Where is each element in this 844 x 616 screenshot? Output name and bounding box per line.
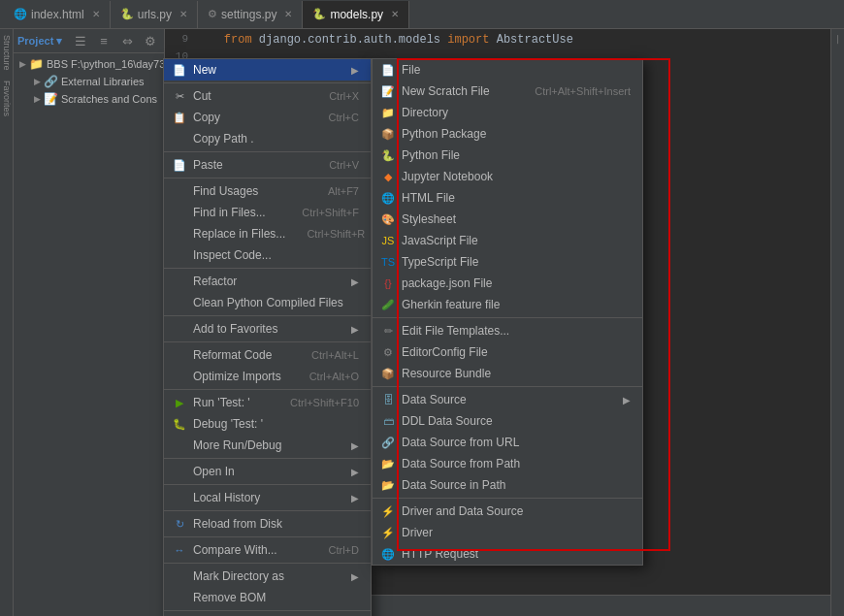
tab-close-html[interactable]: ✕ xyxy=(92,9,100,19)
submenu-item-stylesheet[interactable]: 🎨 Stylesheet xyxy=(373,209,642,230)
tab-models-py[interactable]: 🐍 models.py ✕ xyxy=(303,1,409,28)
submenu-item-python-package[interactable]: 📦 Python Package xyxy=(373,123,642,145)
submenu-item-data-source-url[interactable]: 🔗 Data Source from URL xyxy=(373,432,642,453)
menu-icon-refactor xyxy=(172,274,187,289)
separator-6 xyxy=(164,341,371,342)
menu-item-compare-with[interactable]: ↔ Compare With... Ctrl+D xyxy=(164,539,371,561)
menu-item-optimize-imports[interactable]: Optimize Imports Ctrl+Alt+O xyxy=(164,366,371,387)
submenu-icon-scratch: 📝 xyxy=(380,83,396,99)
menu-icon-run: ▶ xyxy=(172,395,187,410)
submenu-sep-1 xyxy=(373,317,642,318)
menu-icon-reformat xyxy=(172,347,187,363)
submenu-item-python-file[interactable]: 🐍 Python File xyxy=(373,145,642,166)
submenu-label-file: File xyxy=(402,63,631,77)
menu-shortcut-replace-files: Ctrl+Shift+R xyxy=(307,228,365,240)
submenu-item-resource-bundle[interactable]: 📦 Resource Bundle xyxy=(373,363,642,384)
tab-icon-settings: ⚙ xyxy=(208,8,217,20)
tab-close-settings[interactable]: ✕ xyxy=(284,9,292,19)
menu-item-find-files[interactable]: Find in Files... Ctrl+Shift+F xyxy=(164,202,371,223)
menu-label-paste: Paste xyxy=(193,158,308,172)
menu-icon-optimize-imports xyxy=(172,369,187,384)
menu-item-debug[interactable]: 🐛 Debug 'Test: ' xyxy=(164,413,371,435)
menu-item-copy-path[interactable]: Copy Path . xyxy=(164,128,371,149)
menu-arrow-open-in: ▶ xyxy=(351,467,359,477)
menu-item-cut[interactable]: ✂ Cut Ctrl+X xyxy=(164,85,371,107)
submenu-icon-html: 🌐 xyxy=(380,190,396,206)
submenu-item-directory[interactable]: 📁 Directory xyxy=(373,102,642,123)
submenu-icon-ddl: 🗃 xyxy=(380,413,396,429)
submenu-item-editorconfig[interactable]: ⚙ EditorConfig File xyxy=(373,341,642,363)
submenu-icon-driver-data-source: ⚡ xyxy=(380,503,396,519)
menu-label-copy-path: Copy Path . xyxy=(193,132,338,146)
menu-arrow-mark-directory: ▶ xyxy=(351,571,359,582)
separator-11 xyxy=(164,536,371,537)
submenu-item-js[interactable]: JS JavaScript File xyxy=(373,230,642,251)
submenu-icon-python-file: 🐍 xyxy=(380,147,396,163)
separator-9 xyxy=(164,484,371,485)
submenu-label-edit-templates: Edit File Templates... xyxy=(402,324,631,338)
menu-arrow-new: ▶ xyxy=(351,65,359,76)
submenu-icon-file: 📄 xyxy=(380,62,396,78)
menu-item-mark-directory[interactable]: Mark Directory as ▶ xyxy=(164,566,371,587)
menu-item-new[interactable]: 📄 New ▶ xyxy=(164,59,371,81)
submenu-sep-2 xyxy=(373,386,642,387)
menu-item-reload-disk[interactable]: ↻ Reload from Disk xyxy=(164,513,371,535)
submenu-label-scratch: New Scratch File xyxy=(402,84,513,98)
tab-label-settings: settings.py xyxy=(221,8,276,21)
submenu-item-scratch[interactable]: 📝 New Scratch File Ctrl+Alt+Shift+Insert xyxy=(373,81,642,102)
submenu-item-package-json[interactable]: {} package.json File xyxy=(373,273,642,294)
menu-label-debug: Debug 'Test: ' xyxy=(193,417,359,431)
submenu-item-file[interactable]: 📄 File xyxy=(373,59,642,81)
tab-icon-urls: 🐍 xyxy=(120,8,134,20)
menu-icon-inspect xyxy=(172,247,187,263)
separator-7 xyxy=(164,389,371,390)
submenu-item-driver[interactable]: ⚡ Driver xyxy=(373,522,642,543)
menu-item-reformat[interactable]: Reformat Code Ctrl+Alt+L xyxy=(164,344,371,366)
menu-item-inspect[interactable]: Inspect Code... xyxy=(164,244,371,266)
menu-label-optimize-imports: Optimize Imports xyxy=(193,370,288,383)
submenu-icon-editorconfig: ⚙ xyxy=(380,344,396,360)
menu-item-more-run[interactable]: More Run/Debug ▶ xyxy=(164,435,371,456)
separator-5 xyxy=(164,315,371,316)
separator-13 xyxy=(164,610,371,611)
menu-label-new: New xyxy=(193,63,345,77)
menu-icon-mark-directory xyxy=(172,568,187,584)
tab-close-urls[interactable]: ✕ xyxy=(179,9,187,19)
tab-urls-py[interactable]: 🐍 urls.py ✕ xyxy=(111,1,198,28)
tab-index-html[interactable]: 🌐 index.html ✕ xyxy=(4,1,111,28)
menu-item-find-usages[interactable]: Find Usages Alt+F7 xyxy=(164,180,371,202)
tab-close-models[interactable]: ✕ xyxy=(391,9,399,19)
submenu-icon-stylesheet: 🎨 xyxy=(380,211,396,227)
submenu-label-stylesheet: Stylesheet xyxy=(402,212,631,226)
menu-item-paste[interactable]: 📄 Paste Ctrl+V xyxy=(164,154,371,176)
menu-icon-clean-python xyxy=(172,295,187,310)
submenu-item-jupyter[interactable]: ◆ Jupyter Notebook xyxy=(373,166,642,187)
tab-settings-py[interactable]: ⚙ settings.py ✕ xyxy=(198,1,303,28)
submenu-item-ts[interactable]: TS TypeScript File xyxy=(373,251,642,273)
submenu-label-package-json: package.json File xyxy=(402,276,631,290)
menu-item-copy[interactable]: 📋 Copy Ctrl+C xyxy=(164,107,371,128)
menu-item-replace-files[interactable]: Replace in Files... Ctrl+Shift+R xyxy=(164,223,371,244)
menu-icon-find-usages xyxy=(172,183,187,199)
menu-shortcut-reformat: Ctrl+Alt+L xyxy=(311,349,359,361)
submenu-item-data-source[interactable]: 🗄 Data Source ▶ xyxy=(373,389,642,410)
submenu-item-html[interactable]: 🌐 HTML File xyxy=(373,187,642,209)
menu-label-open-in: Open In xyxy=(193,465,345,478)
submenu-item-data-source-in-path[interactable]: 📂 Data Source in Path xyxy=(373,474,642,496)
separator-12 xyxy=(164,563,371,564)
submenu-item-edit-templates[interactable]: ✏ Edit File Templates... xyxy=(373,320,642,341)
submenu-item-data-source-path[interactable]: 📂 Data Source from Path xyxy=(373,453,642,474)
submenu-item-ddl[interactable]: 🗃 DDL Data Source xyxy=(373,410,642,432)
menu-item-add-favorites[interactable]: Add to Favorites ▶ xyxy=(164,318,371,340)
menu-item-refactor[interactable]: Refactor ▶ xyxy=(164,271,371,292)
submenu-icon-data-source-path: 📂 xyxy=(380,456,396,471)
menu-item-open-in[interactable]: Open In ▶ xyxy=(164,461,371,482)
submenu-item-gherkin[interactable]: 🥒 Gherkin feature file xyxy=(373,294,642,315)
menu-item-clean-python[interactable]: Clean Python Compiled Files xyxy=(164,292,371,313)
submenu-shortcut-scratch: Ctrl+Alt+Shift+Insert xyxy=(535,85,631,97)
submenu-item-driver-data-source[interactable]: ⚡ Driver and Data Source xyxy=(373,501,642,522)
menu-item-remove-bom[interactable]: Remove BOM xyxy=(164,587,371,608)
menu-item-local-history[interactable]: Local History ▶ xyxy=(164,487,371,508)
submenu-item-http-request[interactable]: 🌐 HTTP Request xyxy=(373,543,642,565)
menu-item-run[interactable]: ▶ Run 'Test: ' Ctrl+Shift+F10 xyxy=(164,392,371,413)
